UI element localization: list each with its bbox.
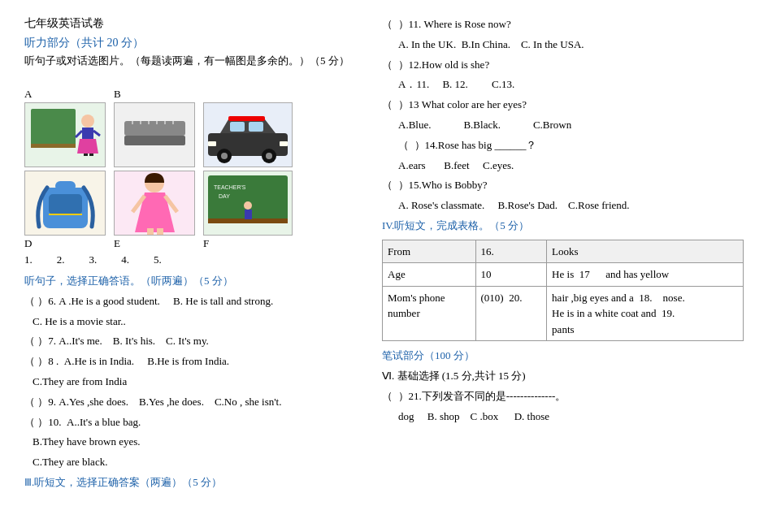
th-from: From bbox=[383, 240, 476, 263]
td-phone-label: Mom's phonenumber bbox=[383, 286, 476, 341]
image-a bbox=[24, 102, 106, 167]
svg-rect-1 bbox=[31, 144, 76, 148]
q11: （ ）11. Where is Rose now? bbox=[382, 16, 744, 33]
q14: （ ）14.Rose has big ______？ bbox=[382, 137, 744, 154]
svg-text:TEACHER'S: TEACHER'S bbox=[214, 184, 246, 190]
svg-rect-0 bbox=[31, 109, 76, 145]
table-row-age: Age 10 He is 17 and has yellow bbox=[383, 263, 744, 287]
svg-text:DAY: DAY bbox=[219, 193, 230, 199]
number-row: 1. 2. 3. 4. 5. bbox=[24, 253, 366, 266]
num-5: 5. bbox=[154, 253, 162, 266]
written-title: 笔试部分（100 分） bbox=[382, 348, 744, 365]
image-c bbox=[203, 102, 293, 167]
svg-point-22 bbox=[221, 153, 228, 159]
image-e bbox=[114, 171, 195, 236]
q13-c: C.Brown bbox=[533, 117, 571, 134]
q10c: C.They are black. bbox=[24, 454, 366, 471]
svg-rect-29 bbox=[49, 194, 82, 214]
part6-title: Ⅵ. 基础选择 (1.5 分,共计 15 分) bbox=[382, 368, 744, 385]
image-d bbox=[24, 171, 106, 236]
num-1: 1. bbox=[24, 253, 33, 266]
q15: （ ）15.Who is Bobby? bbox=[382, 177, 744, 194]
listening-title: 听力部分（共计 20 分） bbox=[24, 36, 366, 50]
q12-options: A．11. B. 12. C.13. bbox=[382, 76, 744, 93]
td-age-val: 10 bbox=[475, 263, 547, 287]
td-phone-val: (010) 20. bbox=[475, 286, 547, 341]
svg-rect-10 bbox=[124, 136, 185, 145]
num-4: 4. bbox=[121, 253, 129, 266]
td-looks-2: hair ,big eyes and a 18. nose.He is in a… bbox=[547, 286, 744, 341]
label-d: D bbox=[24, 237, 32, 250]
svg-line-5 bbox=[93, 131, 100, 136]
q6c: C. He is a movie star.. bbox=[24, 314, 366, 331]
q10b: B.They have brown eyes. bbox=[24, 434, 366, 451]
th-looks: Looks bbox=[547, 240, 744, 263]
q6: （ ）6. A .He is a good student. B. He is … bbox=[24, 293, 366, 310]
svg-point-24 bbox=[266, 153, 272, 159]
svg-point-42 bbox=[244, 201, 252, 210]
image-row-bottom: D bbox=[24, 171, 366, 250]
q13: （ ）13 What color are her eyes? bbox=[382, 97, 744, 114]
listening-table: From 16. Looks Age 10 He is 17 and has y… bbox=[382, 240, 744, 342]
svg-rect-43 bbox=[245, 210, 252, 219]
svg-rect-20 bbox=[249, 122, 263, 132]
image-f: TEACHER'S DAY bbox=[203, 171, 293, 236]
label-e: E bbox=[114, 237, 120, 250]
q10: （ ）10. A..It's a blue bag. bbox=[24, 414, 366, 431]
label-b: B bbox=[114, 88, 121, 101]
part1-instruction: 听句子或对话选图片。（每题读两遍，有一幅图是多余的。）（5 分） bbox=[24, 54, 366, 68]
td-looks-1: He is 17 and has yellow bbox=[547, 263, 744, 287]
svg-rect-19 bbox=[230, 122, 245, 132]
q15-options: A. Rose's classmate. B.Rose's Dad. C.Ros… bbox=[382, 197, 744, 214]
svg-rect-26 bbox=[208, 141, 216, 146]
q9: （ ）9. A.Yes ,she does. B.Yes ,he does. C… bbox=[24, 394, 366, 411]
image-row-top: A bbox=[24, 73, 366, 167]
th-16: 16. bbox=[475, 240, 547, 263]
label-f: F bbox=[203, 237, 209, 250]
num-2: 2. bbox=[57, 253, 65, 266]
svg-line-4 bbox=[76, 131, 82, 137]
svg-marker-18 bbox=[220, 119, 276, 133]
page-container: 七年级英语试卷 听力部分（共计 20 分） 听句子或对话选图片。（每题读两遍，有… bbox=[24, 16, 744, 495]
image-b bbox=[114, 102, 195, 167]
num-3: 3. bbox=[89, 253, 98, 266]
table-row-phone: Mom's phonenumber (010) 20. hair ,big ey… bbox=[383, 286, 744, 341]
svg-point-2 bbox=[81, 115, 94, 128]
label-a: A bbox=[24, 88, 32, 101]
q8: （ ）8 . A.He is in India. B.He is from In… bbox=[24, 353, 366, 370]
svg-rect-30 bbox=[55, 181, 76, 191]
q12: （ ）12.How old is she? bbox=[382, 57, 744, 74]
td-age-label: Age bbox=[383, 263, 476, 287]
svg-rect-25 bbox=[228, 116, 265, 121]
svg-rect-37 bbox=[157, 228, 163, 235]
q13-b: B.Black. bbox=[463, 117, 501, 134]
svg-marker-8 bbox=[77, 139, 98, 154]
svg-rect-36 bbox=[147, 228, 154, 235]
q14-options: A.ears B.feet C.eyes. bbox=[382, 158, 744, 175]
svg-rect-9 bbox=[124, 121, 185, 136]
page-title: 七年级英语试卷 bbox=[24, 16, 366, 31]
q8c: C.They are from India bbox=[24, 374, 366, 391]
svg-rect-27 bbox=[280, 141, 288, 146]
left-column: 七年级英语试卷 听力部分（共计 20 分） 听句子或对话选图片。（每题读两遍，有… bbox=[24, 16, 366, 495]
q11-options: A. In the UK. B.In China. C. In the USA. bbox=[382, 37, 744, 54]
q13-a: A.Blue. bbox=[398, 117, 431, 134]
part4-title: IV.听短文，完成表格。（5 分） bbox=[382, 218, 744, 235]
table-header-row: From 16. Looks bbox=[383, 240, 744, 263]
part2-title: 听句子，选择正确答语。（听两遍）（5 分） bbox=[24, 273, 366, 290]
q21-options: dog B. shop C .box D. those bbox=[382, 409, 744, 426]
right-column: （ ）11. Where is Rose now? A. In the UK. … bbox=[382, 16, 744, 495]
q21: （ ）21.下列发音不同的是--------------。 bbox=[382, 388, 744, 405]
q13-options: A.Blue. B.Black. C.Brown bbox=[382, 117, 744, 134]
q7: （ ）7. A..It's me. B. It's his. C. It's m… bbox=[24, 333, 366, 350]
part3-title: Ⅲ.听短文，选择正确答案（两遍）（5 分） bbox=[24, 474, 366, 491]
